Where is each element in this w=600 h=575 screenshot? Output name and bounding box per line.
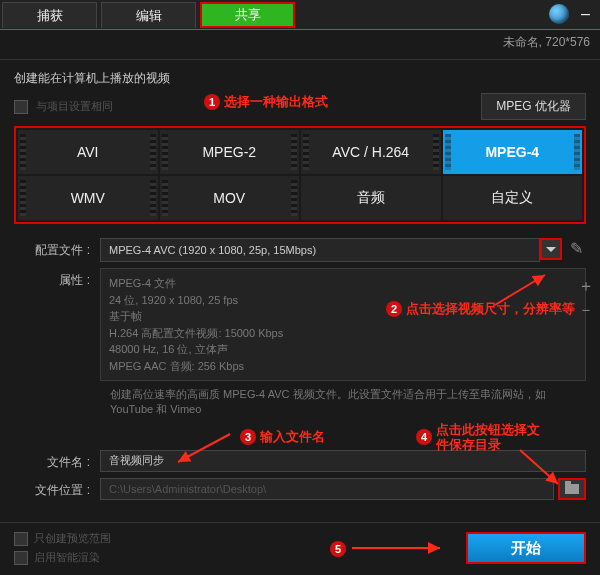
badge-1: 1 xyxy=(204,94,220,110)
edit-profile-icon[interactable]: ✎ xyxy=(566,238,586,258)
smart-render-checkbox[interactable] xyxy=(14,551,28,565)
profile-label: 配置文件 : xyxy=(14,238,100,259)
start-button[interactable]: 开始 xyxy=(466,532,586,564)
filepath-input[interactable]: C:\Users\Administrator\Desktop\ xyxy=(100,478,554,500)
format-avi[interactable]: AVI xyxy=(18,130,158,174)
attributes-box: MPEG-4 文件 24 位, 1920 x 1080, 25 fps 基于帧 … xyxy=(100,268,586,381)
badge-4: 4 xyxy=(416,429,432,445)
format-custom[interactable]: 自定义 xyxy=(443,176,583,220)
filename-label: 文件名 : xyxy=(14,450,100,471)
format-mov[interactable]: MOV xyxy=(160,176,300,220)
format-wmv[interactable]: WMV xyxy=(18,176,158,220)
preview-only-label: 只创建预览范围 xyxy=(34,531,111,546)
format-mpeg4[interactable]: MPEG-4 xyxy=(443,130,583,174)
badge-5: 5 xyxy=(330,541,346,557)
callout-3-text: 输入文件名 xyxy=(260,428,325,446)
filepath-value: C:\Users\Administrator\Desktop\ xyxy=(109,483,266,495)
folder-icon xyxy=(565,484,579,494)
filename-value: 音视频同步 xyxy=(109,453,164,468)
top-tab-bar: 捕获 编辑 共享 – xyxy=(0,0,600,30)
mpeg-optimizer-button[interactable]: MPEG 优化器 xyxy=(481,93,586,120)
attributes-text: MPEG-4 文件 24 位, 1920 x 1080, 25 fps 基于帧 … xyxy=(109,275,577,374)
preview-only-checkbox[interactable] xyxy=(14,532,28,546)
filename-input[interactable]: 音视频同步 xyxy=(100,450,586,472)
profile-dropdown-arrow[interactable] xyxy=(540,238,562,260)
badge-2: 2 xyxy=(386,301,402,317)
badge-3: 3 xyxy=(240,429,256,445)
callout-4-text: 点击此按钮选择文件保存目录 xyxy=(436,422,546,453)
attributes-label: 属性 : xyxy=(14,268,100,289)
format-mpeg2[interactable]: MPEG-2 xyxy=(160,130,300,174)
globe-icon[interactable] xyxy=(549,4,569,24)
format-grid: AVI MPEG-2 AVC / H.264 MPEG-4 WMV MOV 音频… xyxy=(14,126,586,224)
add-profile-icon[interactable]: ＋ xyxy=(576,276,596,296)
project-settings-checkbox[interactable] xyxy=(14,100,28,114)
profile-select[interactable]: MPEG-4 AVC (1920 x 1080, 25p, 15Mbps) xyxy=(100,238,540,262)
callout-2-text: 点击选择视频尺寸，分辨率等 xyxy=(406,299,575,319)
document-info: 未命名, 720*576 xyxy=(0,30,600,60)
tab-share[interactable]: 共享 xyxy=(200,2,295,28)
attributes-description: 创建高位速率的高画质 MPEG-4 AVC 视频文件。此设置文件适合用于上传至串… xyxy=(110,387,586,418)
smart-render-label: 启用智能渲染 xyxy=(34,550,100,565)
format-avc[interactable]: AVC / H.264 xyxy=(301,130,441,174)
format-audio[interactable]: 音频 xyxy=(301,176,441,220)
project-settings-label: 与项目设置相同 xyxy=(36,99,113,114)
browse-folder-button[interactable] xyxy=(558,478,586,500)
tab-edit[interactable]: 编辑 xyxy=(101,2,196,28)
tab-capture[interactable]: 捕获 xyxy=(2,2,97,28)
callout-1-text: 选择一种输出格式 xyxy=(224,93,328,111)
minimize-button[interactable]: – xyxy=(577,5,594,23)
remove-profile-icon[interactable]: － xyxy=(576,300,596,320)
profile-value: MPEG-4 AVC (1920 x 1080, 25p, 15Mbps) xyxy=(109,244,316,256)
filepath-label: 文件位置 : xyxy=(14,478,100,499)
section-title: 创建能在计算机上播放的视频 xyxy=(14,70,586,87)
